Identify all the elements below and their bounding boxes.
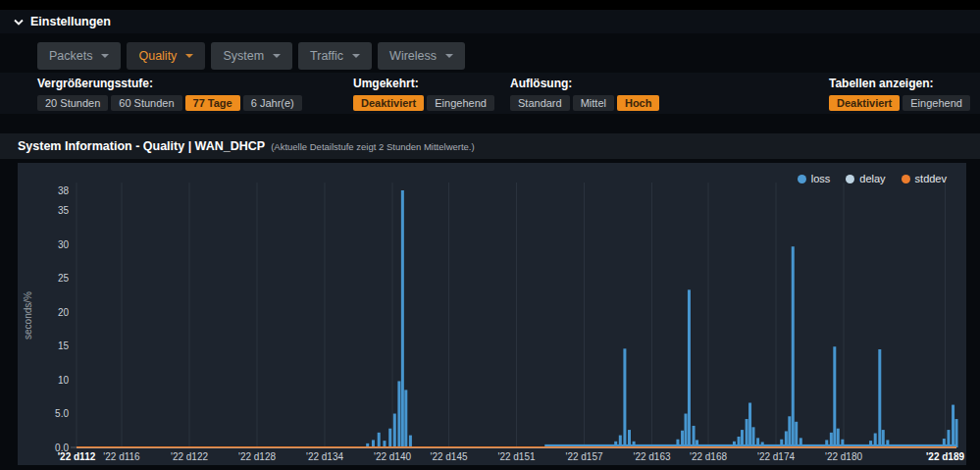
y-tick-label: 38 <box>58 185 70 196</box>
y-tick-label: 10 <box>58 375 70 386</box>
loss-bar <box>397 381 400 447</box>
loss-bar <box>738 437 741 447</box>
loss-bar <box>752 427 755 447</box>
x-tick-label: '22 d180 <box>825 451 862 462</box>
tab-label: System <box>223 49 264 63</box>
invert-group: Umgekehrt: Deaktiviert Eingehend <box>353 77 494 111</box>
loss-bar <box>792 246 795 447</box>
top-strip <box>0 0 980 10</box>
loss-bar <box>401 190 404 447</box>
x-tick-label: '22 d151 <box>497 451 535 462</box>
invert-option-eingehend[interactable]: Eingehend <box>427 95 494 111</box>
x-tick-label: '22 d174 <box>757 451 795 462</box>
resolution-option-mittel[interactable]: Mittel <box>573 95 614 111</box>
x-tick-label: '22 d157 <box>565 451 602 462</box>
loss-bar <box>780 440 783 447</box>
chevron-down-icon <box>445 54 453 58</box>
tab-traffic[interactable]: Traffic <box>298 42 372 70</box>
resolution-options: Standard Mittel Hoch <box>510 95 659 111</box>
loss-bar <box>788 416 791 447</box>
chevron-down-icon <box>14 19 24 26</box>
loss-bar <box>693 426 696 447</box>
y-tick-label: 35 <box>58 205 70 216</box>
chevron-down-icon <box>101 54 109 58</box>
loss-bar <box>837 429 840 447</box>
loss-bar <box>748 402 751 447</box>
x-tick-label: '22 d112 <box>58 451 96 462</box>
loss-bar <box>833 346 836 447</box>
loss-bar <box>676 440 679 447</box>
loss-bar <box>943 439 946 447</box>
tables-option-deaktiviert[interactable]: Deaktiviert <box>829 95 900 111</box>
x-tick-label: '22 d140 <box>374 451 411 462</box>
zoom-option-60-stunden[interactable]: 60 Stunden <box>111 95 181 111</box>
loss-bar <box>623 348 626 447</box>
x-tick-label: '22 d128 <box>238 451 276 462</box>
loss-bar <box>952 405 954 447</box>
loss-bar <box>756 438 759 447</box>
legend-item-loss: loss <box>798 173 831 184</box>
zoom-option-6-jahre[interactable]: 6 Jahr(e) <box>243 95 302 111</box>
tab-packets[interactable]: Packets <box>37 42 121 70</box>
tab-label: Traffic <box>310 49 343 63</box>
y-tick-label: 5.0 <box>55 408 69 419</box>
chevron-down-icon <box>273 54 281 58</box>
resolution-option-standard[interactable]: Standard <box>510 95 570 111</box>
invert-option-deaktiviert[interactable]: Deaktiviert <box>353 95 424 111</box>
loss-bar <box>741 430 744 447</box>
loss-bar <box>795 422 798 447</box>
tab-label: Wireless <box>389 49 437 63</box>
x-tick-label: '22 d134 <box>306 451 343 462</box>
loss-bar <box>372 440 375 447</box>
tabs-row: Packets Quality System Traffic Wireless <box>37 42 465 70</box>
panel-header: System Information - Quality | WAN_DHCP … <box>0 133 980 159</box>
group-label: Umgekehrt: <box>353 77 494 90</box>
legend-item-stddev: stddev <box>902 173 947 184</box>
settings-bar: Vergrößerungsstufe: 20 Stunden 60 Stunde… <box>0 73 980 114</box>
loss-bar <box>947 430 950 447</box>
loss-series-dot-icon <box>798 175 806 183</box>
page: Einstellungen Packets Quality System Tra… <box>0 0 980 470</box>
x-tick-label: '22 d145 <box>430 451 467 462</box>
loss-bar <box>886 440 889 447</box>
group-label: Vergrößerungsstufe: <box>37 77 302 90</box>
loss-bar <box>799 438 802 447</box>
show-tables-group: Tabellen anzeigen: Deaktiviert Eingehend <box>829 77 970 111</box>
loss-bar <box>404 390 407 447</box>
loss-bar <box>685 414 688 447</box>
show-tables-options: Deaktiviert Eingehend <box>829 95 970 111</box>
loss-bar <box>688 289 691 447</box>
legend-label: delay <box>859 173 885 184</box>
zoom-option-77-tage[interactable]: 77 Tage <box>185 95 240 111</box>
group-label: Auflösung: <box>510 77 659 90</box>
y-tick-label: 20 <box>58 307 70 318</box>
settings-collapse-header[interactable]: Einstellungen <box>0 10 980 33</box>
chevron-down-icon <box>185 54 193 58</box>
resolution-option-hoch[interactable]: Hoch <box>617 95 660 111</box>
tables-option-eingehend[interactable]: Eingehend <box>903 95 970 111</box>
loss-bar <box>619 436 622 447</box>
x-tick-label: '22 d189 <box>926 451 965 462</box>
panel-note: (Aktuelle Detailstufe zeigt 2 Stunden Mi… <box>271 141 475 152</box>
x-tick-label: '22 d122 <box>171 451 208 462</box>
zoom-option-20-stunden[interactable]: 20 Stunden <box>37 95 108 111</box>
y-tick-label: 25 <box>58 273 70 284</box>
resolution-group: Auflösung: Standard Mittel Hoch <box>510 77 659 111</box>
chart-legend: loss delay stddev <box>798 173 947 184</box>
zoom-level-options: 20 Stunden 60 Stunden 77 Tage 6 Jahr(e) <box>37 95 302 111</box>
tab-system[interactable]: System <box>211 42 292 70</box>
tab-quality[interactable]: Quality <box>127 42 205 70</box>
invert-options: Deaktiviert Eingehend <box>353 95 494 111</box>
group-label: Tabellen anzeigen: <box>829 77 970 90</box>
settings-header-title: Einstellungen <box>30 15 111 28</box>
loss-bar <box>878 349 881 447</box>
tab-wireless[interactable]: Wireless <box>378 42 465 70</box>
quality-chart: seconds/% 0.05.010152025303538'22 d112'2… <box>18 163 966 465</box>
loss-bar <box>746 419 748 447</box>
tab-label: Packets <box>49 49 92 63</box>
chart-canvas[interactable]: 0.05.010152025303538'22 d112'22 d116'22 … <box>18 163 966 465</box>
y-tick-label: 30 <box>58 239 70 250</box>
loss-bar <box>628 430 631 447</box>
loss-bar <box>681 431 684 447</box>
x-tick-label: '22 d163 <box>633 451 670 462</box>
